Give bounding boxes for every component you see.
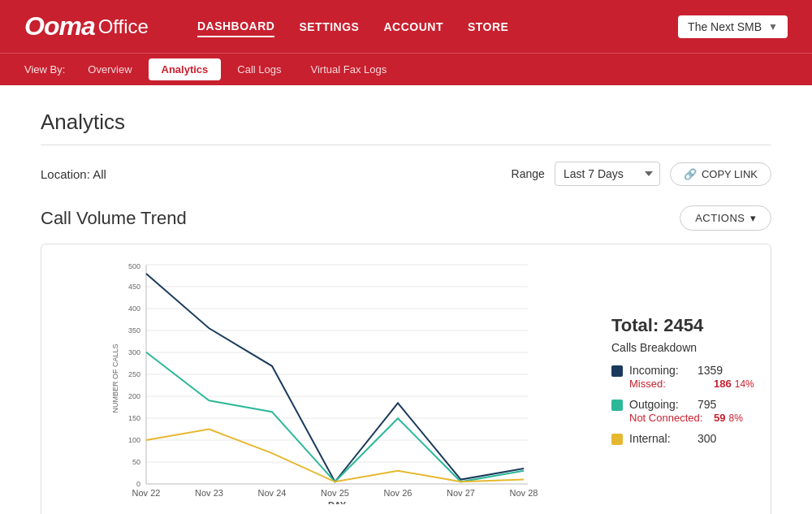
incoming-line [146,274,524,482]
view-by-label: View By: [24,63,65,76]
incoming-value: 1359 [698,364,723,377]
x-label-nov22: Nov 22 [132,488,161,498]
actions-label: ACTIONS [695,212,745,224]
logo-office: Office [98,15,149,38]
internal-value: 300 [698,432,716,445]
x-label-nov23: Nov 23 [195,488,223,498]
main-content: Analytics Location: All Range Last 7 Day… [0,85,812,514]
y-tick-100: 100 [128,436,140,444]
divider [41,145,771,145]
account-selector-label: The Next SMB [688,20,762,33]
legend-item-internal: Internal: 300 [611,432,758,445]
controls-right: Range Last 7 Days Last 30 Days Last 90 D… [512,162,771,186]
account-selector[interactable]: The Next SMB ▼ [678,15,788,38]
y-tick-150: 150 [128,414,140,422]
outgoing-value: 795 [698,398,716,411]
missed-value: 186 [714,378,732,390]
copy-link-label: COPY LINK [702,168,758,180]
y-tick-200: 200 [128,392,140,400]
y-tick-250: 250 [128,370,140,378]
missed-label: Missed: [629,378,710,390]
nav-dashboard[interactable]: DASHBOARD [197,16,275,37]
legend-item-incoming: Incoming: 1359 Missed: 186 14% [611,364,758,390]
range-select[interactable]: Last 7 Days Last 30 Days Last 90 Days Cu… [555,162,660,186]
internal-details: Internal: 300 [629,432,716,445]
chevron-down-icon: ▾ [750,212,757,224]
range-label: Range [512,167,545,180]
x-label-nov27: Nov 27 [447,488,475,498]
y-axis-title: NUMBER OF CALLS [111,343,119,412]
tab-analytics[interactable]: Analytics [149,58,222,80]
chart-area: 0 50 100 150 200 250 300 350 400 450 500… [54,261,595,508]
outgoing-label: Outgoing: [629,398,694,411]
nav-store[interactable]: STORE [468,17,508,37]
chevron-down-icon: ▼ [768,21,778,32]
not-connected-label: Not Connected: [629,412,710,424]
tab-virtual-fax-logs[interactable]: Virtual Fax Logs [298,58,400,80]
main-nav: DASHBOARD SETTINGS ACCOUNT STORE [197,16,678,37]
internal-color-box [611,434,623,445]
actions-button[interactable]: ACTIONS ▾ [680,205,771,231]
chart-section-header: Call Volume Trend ACTIONS ▾ [41,205,771,231]
chart-container: 0 50 100 150 200 250 300 350 400 450 500… [41,244,771,514]
legend-item-outgoing: Outgoing: 795 Not Connected: 59 8% [611,398,758,424]
logo-ooma: Ooma [24,11,95,41]
copy-link-button[interactable]: 🔗 COPY LINK [670,162,771,186]
y-tick-50: 50 [132,458,140,466]
nav-account[interactable]: ACCOUNT [383,17,443,37]
y-tick-350: 350 [128,326,140,335]
outgoing-details: Outgoing: 795 Not Connected: 59 8% [629,398,743,424]
incoming-details: Incoming: 1359 Missed: 186 14% [629,364,754,390]
outgoing-color-box [611,400,623,411]
y-tick-500: 500 [128,262,140,270]
internal-main-row: Internal: 300 [629,432,716,445]
y-tick-400: 400 [128,305,140,313]
missed-row: Missed: 186 14% [629,378,754,390]
missed-pct: 14% [735,378,754,390]
link-icon: 🔗 [684,168,697,180]
x-label-nov26: Nov 26 [384,488,412,498]
page-title: Analytics [41,110,771,135]
y-tick-300: 300 [128,348,140,356]
tab-overview[interactable]: Overview [75,58,145,80]
legend-breakdown-title: Calls Breakdown [611,341,758,354]
not-connected-pct: 8% [728,412,742,424]
internal-line [146,430,524,482]
outgoing-main-row: Outgoing: 795 [629,398,743,411]
x-label-nov24: Nov 24 [258,488,287,498]
nav-settings[interactable]: SETTINGS [299,17,359,37]
logo: Ooma Office [24,11,149,41]
chart-title: Call Volume Trend [41,208,187,229]
x-axis-title: DAY [328,500,347,504]
x-label-nov28: Nov 28 [510,488,538,498]
tab-call-logs[interactable]: Call Logs [224,58,294,80]
chart-svg: 0 50 100 150 200 250 300 350 400 450 500… [54,261,595,504]
controls-row: Location: All Range Last 7 Days Last 30 … [41,162,771,186]
legend-total: Total: 2454 [611,315,758,336]
y-tick-0: 0 [136,480,140,488]
y-tick-450: 450 [128,283,140,291]
incoming-label: Incoming: [629,364,694,377]
header: Ooma Office DASHBOARD SETTINGS ACCOUNT S… [0,0,812,53]
location-label: Location: All [41,167,106,181]
x-label-nov25: Nov 25 [321,488,349,498]
chart-legend: Total: 2454 Calls Breakdown Incoming: 13… [595,261,758,508]
sub-nav: View By: Overview Analytics Call Logs Vi… [0,53,812,85]
internal-label: Internal: [629,432,694,445]
not-connected-value: 59 [714,412,725,424]
incoming-color-box [611,365,623,377]
not-connected-row: Not Connected: 59 8% [629,412,743,424]
incoming-main-row: Incoming: 1359 [629,364,754,377]
